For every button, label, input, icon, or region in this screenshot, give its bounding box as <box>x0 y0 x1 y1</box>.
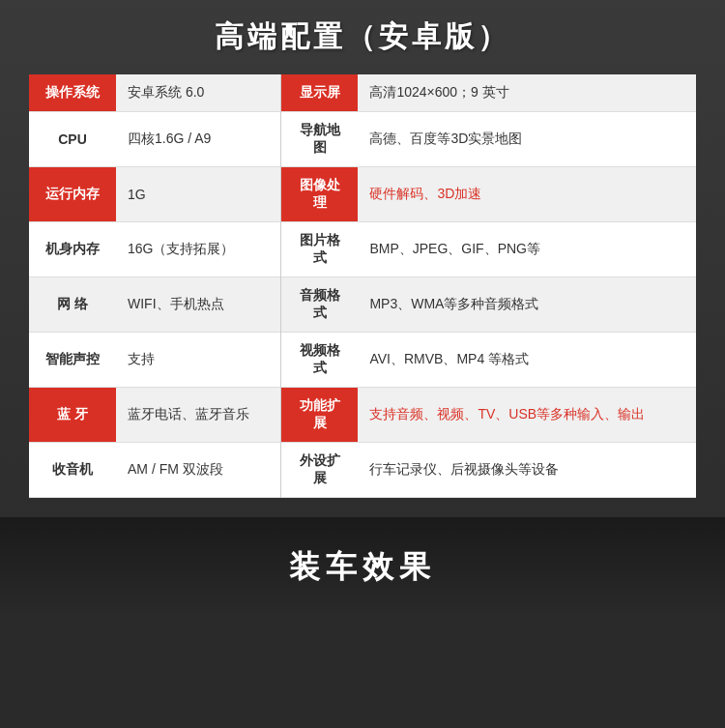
right-label-cell: 功能扩展 <box>280 388 358 443</box>
left-value-cell: 支持 <box>116 333 280 388</box>
right-value-cell: AVI、RMVB、MP4 等格式 <box>358 333 696 388</box>
bottom-title: 装车效果 <box>19 546 706 589</box>
table-row: 网 络WIFI、手机热点音频格式MP3、WMA等多种音频格式 <box>29 277 696 333</box>
left-label-cell: 收音机 <box>29 443 116 498</box>
right-label-cell: 外设扩展 <box>280 443 358 498</box>
right-label-cell: 导航地图 <box>280 112 358 167</box>
left-label-cell: 操作系统 <box>29 74 116 112</box>
right-value-cell: 高德、百度等3D实景地图 <box>358 112 696 167</box>
right-label-cell: 显示屏 <box>280 74 358 112</box>
table-row: CPU四核1.6G / A9导航地图高德、百度等3D实景地图 <box>29 112 696 167</box>
left-label-cell: 运行内存 <box>29 167 116 222</box>
right-value-cell: BMP、JPEG、GIF、PNG等 <box>358 222 696 277</box>
right-value-cell: MP3、WMA等多种音频格式 <box>358 277 696 333</box>
left-label-cell: 机身内存 <box>29 222 116 277</box>
right-label-cell: 音频格式 <box>280 277 358 333</box>
right-label-cell: 图片格式 <box>280 222 358 277</box>
table-row: 收音机AM / FM 双波段外设扩展行车记录仪、后视摄像头等设备 <box>29 443 696 498</box>
left-value-cell: 蓝牙电话、蓝牙音乐 <box>116 388 280 443</box>
left-label-cell: 网 络 <box>29 277 116 333</box>
right-value-cell: 支持音频、视频、TV、USB等多种输入、输出 <box>358 388 696 443</box>
top-section: 高端配置（安卓版） 操作系统安卓系统 6.0显示屏高清1024×600；9 英寸… <box>0 0 725 517</box>
bottom-section: 装车效果 <box>0 517 725 618</box>
left-value-cell: WIFI、手机热点 <box>116 277 280 333</box>
right-value-cell: 硬件解码、3D加速 <box>358 167 696 222</box>
page-title: 高端配置（安卓版） <box>29 17 696 57</box>
table-row: 运行内存1G图像处理硬件解码、3D加速 <box>29 167 696 222</box>
table-row: 智能声控支持视频格式AVI、RMVB、MP4 等格式 <box>29 333 696 388</box>
right-value-cell: 高清1024×600；9 英寸 <box>358 74 696 112</box>
left-value-cell: 四核1.6G / A9 <box>116 112 280 167</box>
right-label-cell: 视频格式 <box>280 333 358 388</box>
right-value-cell: 行车记录仪、后视摄像头等设备 <box>358 443 696 498</box>
left-value-cell: AM / FM 双波段 <box>116 443 280 498</box>
left-label-cell: CPU <box>29 112 116 167</box>
left-label-cell: 智能声控 <box>29 333 116 388</box>
left-value-cell: 安卓系统 6.0 <box>116 74 280 112</box>
table-row: 操作系统安卓系统 6.0显示屏高清1024×600；9 英寸 <box>29 74 696 112</box>
specs-table: 操作系统安卓系统 6.0显示屏高清1024×600；9 英寸CPU四核1.6G … <box>29 74 696 498</box>
left-label-cell: 蓝 牙 <box>29 388 116 443</box>
left-value-cell: 16G（支持拓展） <box>116 222 280 277</box>
left-value-cell: 1G <box>116 167 280 222</box>
right-label-cell: 图像处理 <box>280 167 358 222</box>
table-row: 机身内存16G（支持拓展）图片格式BMP、JPEG、GIF、PNG等 <box>29 222 696 277</box>
table-row: 蓝 牙蓝牙电话、蓝牙音乐功能扩展支持音频、视频、TV、USB等多种输入、输出 <box>29 388 696 443</box>
